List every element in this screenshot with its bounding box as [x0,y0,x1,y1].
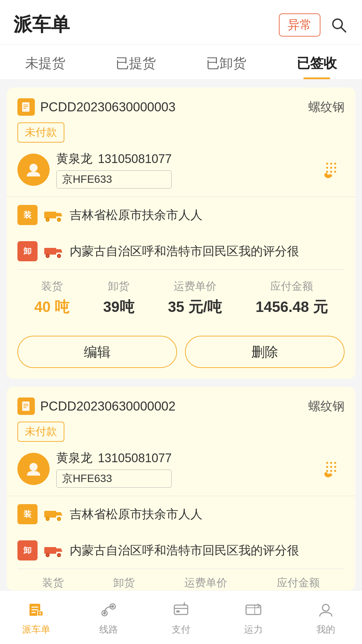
route-label: 线路 [99,623,118,636]
partial-amount-label: 应付金额 [277,576,320,590]
delete-button-1[interactable]: 删除 [185,336,345,368]
load-location-1: 吉林省松原市扶余市人人 [70,207,202,223]
load-route-1: 装 吉林省松原市扶余市人人 [17,197,345,233]
amount-value: 1456.48 元 [256,297,328,317]
nav-payment[interactable]: 支付 [145,599,217,636]
svg-point-34 [326,466,328,468]
svg-point-38 [330,470,332,472]
unload-weight-value: 39吨 [103,297,134,317]
svg-point-66 [322,604,329,611]
driver-name-phone-2: 黄泉龙 13105081077 [56,450,172,466]
search-icon [330,16,347,33]
payment-icon [170,599,192,621]
freight-stat: 运费单价 35 元/吨 [168,279,222,317]
svg-rect-61 [174,605,188,614]
driver-left-1: 黄泉龙 13105081077 京HFE633 [17,151,172,189]
driver-name-phone-1: 黄泉龙 13105081077 [56,151,172,167]
unload-truck-icon-1 [44,245,63,258]
svg-point-48 [47,554,49,556]
unload-truck-icon-2 [44,544,63,557]
load-weight-value: 40 吨 [34,297,69,317]
unload-location-2: 内蒙古自治区呼和浩特市回民区我的评分很 [70,542,299,559]
svg-point-12 [334,167,336,169]
doc-icon-1 [17,98,35,116]
svg-point-39 [334,470,336,472]
unload-weight-label: 卸货 [108,279,129,294]
svg-point-19 [47,219,49,221]
svg-rect-63 [176,610,180,612]
anomaly-button[interactable]: 异常 [279,13,320,37]
svg-point-25 [58,255,60,257]
load-location-2: 吉林省松原市扶余市人人 [70,506,202,523]
tab-signed[interactable]: 已签收 [272,45,362,79]
dispatch-label: 派车单 [22,623,50,636]
svg-point-32 [330,462,332,464]
unload-badge-2: 卸 [17,540,38,560]
svg-point-44 [58,518,60,520]
svg-point-6 [29,164,38,172]
load-route-2: 装 吉林省松原市扶余市人人 [17,496,345,532]
card-id-wrap-2: PCDD20230630000002 [17,397,176,415]
tab-bar: 未提货 已提货 已卸货 已签收 [0,45,362,79]
svg-point-10 [326,167,328,169]
svg-line-1 [341,27,346,32]
driver-row-1: 黄泉龙 13105081077 京HFE633 [17,151,345,189]
call-button-2[interactable] [318,455,345,482]
action-btns-1: 编辑 删除 [17,326,345,379]
card-goods-2: 螺纹钢 [308,398,345,415]
edit-button-1[interactable]: 编辑 [17,336,177,368]
svg-rect-21 [44,248,56,255]
card-id-text-1: PCDD20230630000003 [40,100,176,114]
unload-weight-stat: 卸货 39吨 [103,279,134,317]
driver-row-2: 黄泉龙 13105081077 京HFE633 [17,450,345,488]
bottom-nav: 派车单 线路 支付 [0,590,362,644]
unload-route-1: 卸 内蒙古自治区呼和浩特市回民区我的评分很 [17,233,345,269]
tab-not-picked[interactable]: 未提货 [0,45,90,79]
tab-picked[interactable]: 已提货 [90,45,181,79]
svg-rect-16 [44,212,56,218]
nav-capacity[interactable]: 运力 [217,599,290,636]
driver-name-1: 黄泉龙 [56,151,93,167]
svg-point-60 [111,605,114,608]
load-weight-stat: 装货 40 吨 [34,279,69,317]
nav-profile[interactable]: 我的 [290,599,362,636]
svg-point-13 [326,171,328,173]
header-actions: 异常 [279,13,349,37]
driver-info-2: 黄泉龙 13105081077 京HFE633 [56,450,172,488]
load-truck-icon-2 [44,507,63,521]
payment-status-2: 未付款 [17,422,64,442]
capacity-icon [243,599,264,621]
svg-point-15 [334,171,336,173]
avatar-1 [17,154,50,186]
svg-point-24 [47,255,49,257]
call-button-1[interactable] [318,156,345,183]
freight-label: 运费单价 [174,279,217,294]
tab-unloaded[interactable]: 已卸货 [181,45,272,79]
payment-label: 支付 [172,623,190,636]
avatar-2 [17,453,50,485]
driver-left-2: 黄泉龙 13105081077 京HFE633 [17,450,172,488]
svg-point-7 [326,163,328,165]
svg-point-35 [330,466,332,468]
load-badge-2: 装 [17,504,38,524]
load-badge-1: 装 [17,205,38,225]
unload-route-2: 卸 内蒙古自治区呼和浩特市回民区我的评分很 [17,532,345,569]
load-truck-icon-1 [44,208,63,222]
svg-point-11 [330,167,332,169]
payment-badge-1: 未付款 [17,122,345,151]
page-title: 派车单 [13,12,70,38]
card-id-text-2: PCDD20230630000002 [40,399,176,414]
payment-badge-2: 未付款 [17,422,345,450]
driver-phone-2: 13105081077 [98,451,172,465]
plate-2: 京HFE633 [56,470,172,488]
search-button[interactable] [328,15,349,35]
nav-dispatch[interactable]: 派车单 [0,599,72,636]
svg-point-9 [334,163,336,165]
svg-point-33 [334,462,336,464]
amount-label: 应付金额 [270,279,313,294]
nav-route[interactable]: 线路 [72,599,145,636]
card-goods-1: 螺纹钢 [308,99,345,115]
svg-point-8 [330,163,332,165]
svg-point-49 [58,554,60,556]
payment-status-1: 未付款 [17,122,64,143]
